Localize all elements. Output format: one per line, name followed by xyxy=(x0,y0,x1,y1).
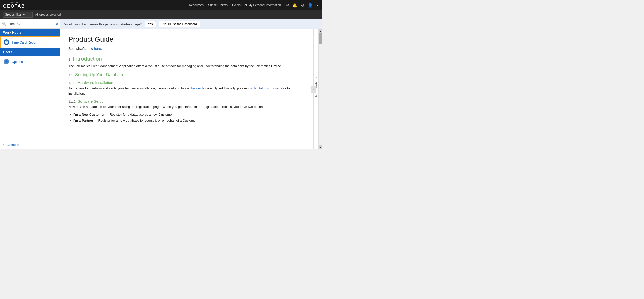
doc-subtitle-text: See what's new xyxy=(68,47,93,51)
top-nav-right: Resources Submit Tickets Do Not Sell My … xyxy=(189,3,319,8)
collapse-button[interactable]: ‹ Collapse xyxy=(0,140,60,149)
do-not-sell-link[interactable]: Do Not Sell My Personal Information xyxy=(232,3,281,7)
scroll-up-button[interactable]: ▲ xyxy=(319,29,322,33)
scroll-down-button[interactable]: ▼ xyxy=(319,145,322,149)
scrollbar-track: ▲ ▼ xyxy=(318,29,322,149)
users-section-header: Users xyxy=(0,48,60,56)
startup-no-button[interactable]: No, I'll use the Dashboard xyxy=(159,21,200,27)
groups-filter-label: Groups filter xyxy=(5,13,21,16)
resources-link[interactable]: Resources xyxy=(189,3,204,7)
section-1-1-1-heading: 1.1.1 Hardware Installation xyxy=(68,80,305,85)
list-item-1-rest: — Register for a new database for yourse… xyxy=(93,119,197,122)
logo-area: Powered by GEOTAB xyxy=(3,1,25,9)
search-icon: 🔍 xyxy=(2,22,6,26)
section-1-1-1-title: Hardware Installation xyxy=(78,80,113,85)
section-1-1-1-body-text: To prepare for, perform and verify your … xyxy=(68,86,189,90)
top-navigation: Powered by GEOTAB Resources Submit Ticke… xyxy=(0,0,322,10)
section-1-1-heading: 1.1 Setting Up Your Database xyxy=(68,72,305,77)
groups-filter-arrow-icon: ▼ xyxy=(23,13,25,16)
user-dropdown[interactable]: ▼ xyxy=(316,4,319,7)
list-item-0: I'm a New Customer — Register for a data… xyxy=(73,112,305,117)
limitations-link[interactable]: limitations of use xyxy=(254,86,279,90)
options-user-icon: 👤 xyxy=(4,59,9,64)
list-item-1: I'm a Partner — Register for a new datab… xyxy=(73,118,305,123)
brand-name: GEOTAB xyxy=(3,4,25,9)
time-card-report-label: Time Card Report xyxy=(12,40,37,44)
work-hours-section-header: Work Hours xyxy=(0,29,60,36)
section-1-1-2-title: Software Setup xyxy=(78,99,104,103)
search-box: 🔍 × xyxy=(0,19,60,29)
settings-icon[interactable]: ⚙ xyxy=(301,3,304,8)
all-groups-text: All groups selected xyxy=(35,13,61,16)
logo: Powered by GEOTAB xyxy=(3,1,25,9)
section-1-1-1-num: 1.1.1 xyxy=(68,81,76,85)
user-dropdown-arrow: ▼ xyxy=(316,4,319,7)
groups-bar: Groups filter ▼ All groups selected xyxy=(0,10,322,19)
list-item-1-bold: I'm a Partner xyxy=(73,119,93,122)
section-1-body: The Telematics Fleet Management Applicat… xyxy=(68,64,305,69)
startup-question: Would you like to make this page your st… xyxy=(64,22,142,26)
mail-icon[interactable]: ✉ xyxy=(286,3,289,8)
bell-icon[interactable]: 🔔 xyxy=(292,3,297,8)
sidebar: 🔍 × Work Hours 🕐 Time Card Report Users … xyxy=(0,19,60,149)
submit-tickets-link[interactable]: Submit Tickets xyxy=(208,3,228,7)
doc-title: Product Guide xyxy=(68,35,305,44)
user-icon[interactable]: 👤 xyxy=(308,3,313,8)
section-1-1-2-heading: 1.1.2 Software Setup xyxy=(68,99,305,103)
content-area: Would you like to make this page your st… xyxy=(60,19,322,149)
sidebar-item-options[interactable]: 👤 Options xyxy=(0,56,60,67)
nav-icons: ✉ 🔔 ⚙ 👤 ▼ xyxy=(286,3,319,8)
startup-banner: Would you like to make this page your st… xyxy=(60,19,322,29)
doc-list: I'm a New Customer — Register for a data… xyxy=(73,112,305,123)
section-1-1-1-body: To prepare for, perform and verify your … xyxy=(68,86,305,96)
toc-label: Table of contents xyxy=(315,77,318,102)
clear-search-button[interactable]: × xyxy=(55,21,59,27)
list-item-0-rest: — Register for a database as a new Custo… xyxy=(105,113,174,116)
doc-subtitle: See what's new here. xyxy=(68,47,305,51)
this-guide-link[interactable]: this guide xyxy=(190,86,205,90)
list-item-0-bold: I'm a New Customer xyxy=(73,113,105,116)
time-card-icon: 🕐 xyxy=(4,39,9,45)
doc-content: Product Guide See what's new here. 1 Int… xyxy=(60,29,313,149)
collapse-label: Collapse xyxy=(6,143,19,147)
section-1-heading: 1 Introduction xyxy=(68,56,305,62)
toc-sidebar: ‹ Table of contents xyxy=(313,29,318,149)
main-container: 🔍 × Work Hours 🕐 Time Card Report Users … xyxy=(0,19,322,149)
section-1-1-1-body-after-link1: carefully. Additionally, please visit xyxy=(205,86,253,90)
search-input[interactable] xyxy=(8,21,53,27)
section-1-1-num: 1.1 xyxy=(68,73,73,77)
scroll-thumb[interactable] xyxy=(319,33,322,44)
doc-here-link[interactable]: here xyxy=(94,47,101,51)
sidebar-item-time-card-report[interactable]: 🕐 Time Card Report xyxy=(0,36,60,48)
section-1-1-title: Setting Up Your Database xyxy=(75,72,125,77)
startup-yes-button[interactable]: Yes xyxy=(145,21,156,27)
groups-filter-button[interactable]: Groups filter ▼ xyxy=(3,12,33,18)
collapse-arrow-icon: ‹ xyxy=(3,142,4,147)
section-1-title: Introduction xyxy=(73,56,102,62)
section-1-1-2-body: Now create a database for your fleet usi… xyxy=(68,104,305,110)
section-1-1-2-num: 1.1.2 xyxy=(68,100,76,103)
powered-by-text: Powered by xyxy=(9,1,19,4)
options-label: Options xyxy=(12,60,23,64)
section-1-num: 1 xyxy=(68,57,70,61)
content-with-toc: Product Guide See what's new here. 1 Int… xyxy=(60,29,322,149)
